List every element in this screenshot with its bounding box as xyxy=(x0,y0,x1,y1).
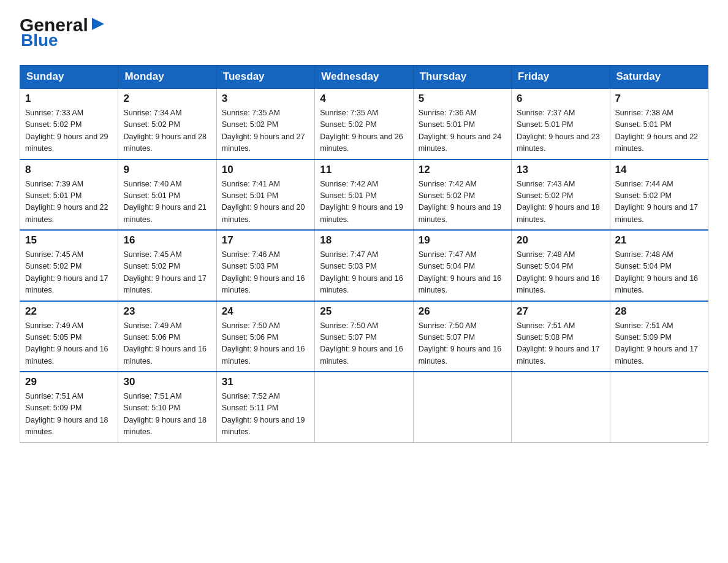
calendar-empty-cell xyxy=(315,372,413,442)
day-number: 28 xyxy=(615,305,703,318)
day-info: Sunrise: 7:50 AMSunset: 5:06 PMDaylight:… xyxy=(222,320,309,368)
day-info: Sunrise: 7:51 AMSunset: 5:09 PMDaylight:… xyxy=(615,320,703,368)
calendar-day-29: 29 Sunrise: 7:51 AMSunset: 5:09 PMDaylig… xyxy=(20,372,118,442)
calendar-day-28: 28 Sunrise: 7:51 AMSunset: 5:09 PMDaylig… xyxy=(610,301,708,372)
calendar-header-thursday: Thursday xyxy=(413,66,511,89)
day-number: 23 xyxy=(123,305,211,318)
day-info: Sunrise: 7:49 AMSunset: 5:05 PMDaylight:… xyxy=(25,320,113,368)
calendar-day-27: 27 Sunrise: 7:51 AMSunset: 5:08 PMDaylig… xyxy=(512,301,610,372)
day-number: 12 xyxy=(419,164,506,176)
day-info: Sunrise: 7:43 AMSunset: 5:02 PMDaylight:… xyxy=(517,178,604,226)
calendar-day-5: 5 Sunrise: 7:36 AMSunset: 5:01 PMDayligh… xyxy=(413,88,511,159)
calendar-day-4: 4 Sunrise: 7:35 AMSunset: 5:02 PMDayligh… xyxy=(315,88,413,159)
calendar-day-17: 17 Sunrise: 7:46 AMSunset: 5:03 PMDaylig… xyxy=(216,230,314,301)
day-info: Sunrise: 7:48 AMSunset: 5:04 PMDaylight:… xyxy=(615,249,703,297)
day-info: Sunrise: 7:45 AMSunset: 5:02 PMDaylight:… xyxy=(123,249,211,297)
calendar-day-20: 20 Sunrise: 7:48 AMSunset: 5:04 PMDaylig… xyxy=(512,230,610,301)
day-number: 3 xyxy=(222,93,309,105)
calendar-header-sunday: Sunday xyxy=(20,66,118,89)
day-number: 6 xyxy=(517,93,604,105)
calendar-day-11: 11 Sunrise: 7:42 AMSunset: 5:01 PMDaylig… xyxy=(315,159,413,231)
day-number: 7 xyxy=(615,93,703,105)
day-number: 10 xyxy=(222,164,309,176)
day-number: 4 xyxy=(320,93,408,105)
day-info: Sunrise: 7:50 AMSunset: 5:07 PMDaylight:… xyxy=(320,320,408,368)
calendar-day-22: 22 Sunrise: 7:49 AMSunset: 5:05 PMDaylig… xyxy=(20,301,118,372)
day-number: 11 xyxy=(320,164,408,176)
day-number: 19 xyxy=(419,234,506,247)
day-info: Sunrise: 7:35 AMSunset: 5:02 PMDaylight:… xyxy=(222,107,309,155)
calendar-week-row: 22 Sunrise: 7:49 AMSunset: 5:05 PMDaylig… xyxy=(20,301,708,372)
day-number: 9 xyxy=(123,164,211,176)
day-number: 24 xyxy=(222,305,309,318)
logo: General Blue xyxy=(20,15,107,50)
day-number: 30 xyxy=(123,376,211,388)
day-info: Sunrise: 7:51 AMSunset: 5:09 PMDaylight:… xyxy=(25,391,113,439)
day-number: 18 xyxy=(320,234,408,247)
calendar-week-row: 1 Sunrise: 7:33 AMSunset: 5:02 PMDayligh… xyxy=(20,88,708,159)
day-info: Sunrise: 7:51 AMSunset: 5:10 PMDaylight:… xyxy=(123,391,211,439)
day-info: Sunrise: 7:45 AMSunset: 5:02 PMDaylight:… xyxy=(25,249,113,297)
day-info: Sunrise: 7:42 AMSunset: 5:01 PMDaylight:… xyxy=(320,178,408,226)
day-info: Sunrise: 7:51 AMSunset: 5:08 PMDaylight:… xyxy=(517,320,604,368)
calendar-day-13: 13 Sunrise: 7:43 AMSunset: 5:02 PMDaylig… xyxy=(512,159,610,231)
calendar-day-1: 1 Sunrise: 7:33 AMSunset: 5:02 PMDayligh… xyxy=(20,88,118,159)
logo-blue-text: Blue xyxy=(21,31,58,50)
calendar-day-25: 25 Sunrise: 7:50 AMSunset: 5:07 PMDaylig… xyxy=(315,301,413,372)
calendar-header-row: SundayMondayTuesdayWednesdayThursdayFrid… xyxy=(20,66,708,89)
logo-arrow-icon xyxy=(89,15,107,33)
calendar-day-2: 2 Sunrise: 7:34 AMSunset: 5:02 PMDayligh… xyxy=(118,88,216,159)
calendar-day-26: 26 Sunrise: 7:50 AMSunset: 5:07 PMDaylig… xyxy=(413,301,511,372)
calendar-day-18: 18 Sunrise: 7:47 AMSunset: 5:03 PMDaylig… xyxy=(315,230,413,301)
svg-marker-0 xyxy=(92,18,104,30)
page-header: General Blue xyxy=(20,15,708,50)
calendar-day-16: 16 Sunrise: 7:45 AMSunset: 5:02 PMDaylig… xyxy=(118,230,216,301)
calendar-header-monday: Monday xyxy=(118,66,216,89)
calendar-empty-cell xyxy=(413,372,511,442)
day-number: 17 xyxy=(222,234,309,247)
calendar-header-saturday: Saturday xyxy=(610,66,708,89)
day-number: 8 xyxy=(25,164,113,176)
day-number: 20 xyxy=(517,234,604,247)
day-info: Sunrise: 7:49 AMSunset: 5:06 PMDaylight:… xyxy=(123,320,211,368)
calendar-day-12: 12 Sunrise: 7:42 AMSunset: 5:02 PMDaylig… xyxy=(413,159,511,231)
calendar-header-tuesday: Tuesday xyxy=(216,66,314,89)
calendar-day-19: 19 Sunrise: 7:47 AMSunset: 5:04 PMDaylig… xyxy=(413,230,511,301)
day-info: Sunrise: 7:41 AMSunset: 5:01 PMDaylight:… xyxy=(222,178,309,226)
calendar-week-row: 29 Sunrise: 7:51 AMSunset: 5:09 PMDaylig… xyxy=(20,372,708,442)
day-info: Sunrise: 7:35 AMSunset: 5:02 PMDaylight:… xyxy=(320,107,408,155)
day-number: 25 xyxy=(320,305,408,318)
day-number: 21 xyxy=(615,234,703,247)
day-number: 2 xyxy=(123,93,211,105)
calendar-day-31: 31 Sunrise: 7:52 AMSunset: 5:11 PMDaylig… xyxy=(216,372,314,442)
day-info: Sunrise: 7:42 AMSunset: 5:02 PMDaylight:… xyxy=(419,178,506,226)
calendar-day-3: 3 Sunrise: 7:35 AMSunset: 5:02 PMDayligh… xyxy=(216,88,314,159)
calendar-header-wednesday: Wednesday xyxy=(315,66,413,89)
day-info: Sunrise: 7:44 AMSunset: 5:02 PMDaylight:… xyxy=(615,178,703,226)
calendar-day-6: 6 Sunrise: 7:37 AMSunset: 5:01 PMDayligh… xyxy=(512,88,610,159)
day-info: Sunrise: 7:47 AMSunset: 5:03 PMDaylight:… xyxy=(320,249,408,297)
day-info: Sunrise: 7:37 AMSunset: 5:01 PMDaylight:… xyxy=(517,107,604,155)
calendar-day-9: 9 Sunrise: 7:40 AMSunset: 5:01 PMDayligh… xyxy=(118,159,216,231)
day-number: 26 xyxy=(419,305,506,318)
day-number: 15 xyxy=(25,234,113,247)
calendar-empty-cell xyxy=(512,372,610,442)
calendar-day-15: 15 Sunrise: 7:45 AMSunset: 5:02 PMDaylig… xyxy=(20,230,118,301)
calendar-table: SundayMondayTuesdayWednesdayThursdayFrid… xyxy=(20,65,708,443)
day-info: Sunrise: 7:38 AMSunset: 5:01 PMDaylight:… xyxy=(615,107,703,155)
calendar-day-21: 21 Sunrise: 7:48 AMSunset: 5:04 PMDaylig… xyxy=(610,230,708,301)
day-info: Sunrise: 7:52 AMSunset: 5:11 PMDaylight:… xyxy=(222,391,309,439)
calendar-header-friday: Friday xyxy=(512,66,610,89)
day-number: 27 xyxy=(517,305,604,318)
day-number: 22 xyxy=(25,305,113,318)
day-number: 14 xyxy=(615,164,703,176)
day-info: Sunrise: 7:34 AMSunset: 5:02 PMDaylight:… xyxy=(123,107,211,155)
day-info: Sunrise: 7:47 AMSunset: 5:04 PMDaylight:… xyxy=(419,249,506,297)
calendar-week-row: 15 Sunrise: 7:45 AMSunset: 5:02 PMDaylig… xyxy=(20,230,708,301)
day-info: Sunrise: 7:33 AMSunset: 5:02 PMDaylight:… xyxy=(25,107,113,155)
day-info: Sunrise: 7:39 AMSunset: 5:01 PMDaylight:… xyxy=(25,178,113,226)
calendar-day-14: 14 Sunrise: 7:44 AMSunset: 5:02 PMDaylig… xyxy=(610,159,708,231)
day-info: Sunrise: 7:46 AMSunset: 5:03 PMDaylight:… xyxy=(222,249,309,297)
calendar-day-23: 23 Sunrise: 7:49 AMSunset: 5:06 PMDaylig… xyxy=(118,301,216,372)
calendar-day-7: 7 Sunrise: 7:38 AMSunset: 5:01 PMDayligh… xyxy=(610,88,708,159)
